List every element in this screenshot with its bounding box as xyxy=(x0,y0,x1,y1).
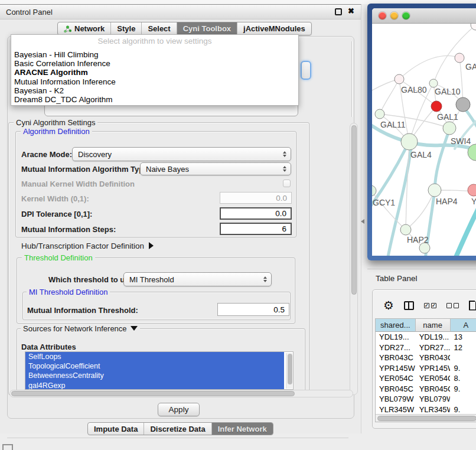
table-row[interactable]: YLR345WYLR345W9. xyxy=(376,405,476,415)
algorithm-item-bayesian-hill-climbing[interactable]: Bayesian - Hill Climbing xyxy=(11,50,298,59)
restore-panel-button[interactable] xyxy=(2,444,13,450)
apply-button[interactable]: Apply xyxy=(158,403,200,416)
table-row[interactable]: YBR045CYBR045C9. xyxy=(376,384,476,394)
algorithm-item-bayesian-k2[interactable]: Bayesian - K2 xyxy=(11,86,298,95)
expand-right-icon xyxy=(149,242,154,249)
table-toolbar: ⚙ ✓✓ xyxy=(377,295,476,316)
float-panel-icon[interactable] xyxy=(335,8,342,15)
tab-bar: NetworkStyleSelectCyni ToolboxjActiveMNo… xyxy=(57,22,312,35)
mi-algorithm-type-combobox[interactable]: Naive Bayes xyxy=(140,162,291,175)
node-label-swi4: SWI4 xyxy=(451,136,471,146)
table-row[interactable]: YBR043CYBR043C xyxy=(376,353,476,363)
network-node[interactable] xyxy=(395,74,404,84)
kernel-width-label: Kernel Width (0,1): xyxy=(21,194,89,203)
aracne-mode-combobox[interactable]: Discovery xyxy=(72,147,291,161)
tab-network[interactable]: Network xyxy=(58,22,111,35)
document-icon[interactable] xyxy=(469,301,476,311)
node-label-gal10: GAL10 xyxy=(435,87,461,96)
dpi-tolerance-input[interactable]: 0.0 xyxy=(220,207,292,220)
node-label-gal: GAL xyxy=(465,62,476,71)
combobox-stepper-icon xyxy=(283,151,286,157)
control-panel-titlebar: Control Panel ✖ xyxy=(0,5,361,19)
focused-combobox-fragment[interactable] xyxy=(301,61,311,80)
network-node[interactable] xyxy=(428,184,441,197)
network-view-window[interactable]: GALGAL80GAL10GAL11GAL1SWI4GAL4GCY1HAP4YH… xyxy=(367,4,476,260)
tab-label: jActiveMNodules xyxy=(243,24,305,33)
network-node[interactable] xyxy=(456,97,470,112)
combobox-stepper-icon xyxy=(263,276,267,282)
group-title: MI Threshold Definition xyxy=(27,288,110,296)
table-row[interactable]: YPR145WYPR145W9. xyxy=(376,363,476,374)
column-header-shared[interactable]: shared... xyxy=(376,319,416,332)
attribute-item-topologicalcoefficient[interactable]: TopologicalCoefficient xyxy=(25,361,284,371)
combobox-stepper-icon xyxy=(283,166,286,172)
hub-definition-toggle[interactable]: Hub/Transcription Factor Definition xyxy=(21,242,154,250)
attribute-list-scrollbar[interactable] xyxy=(286,353,292,389)
network-node[interactable] xyxy=(372,185,376,196)
network-node[interactable] xyxy=(375,109,384,119)
tab-select[interactable]: Select xyxy=(142,22,177,35)
scrollbar-thumb[interactable] xyxy=(377,416,476,421)
network-node[interactable] xyxy=(429,79,438,87)
network-edge xyxy=(380,79,399,114)
gear-icon[interactable]: ⚙ xyxy=(383,299,394,311)
table-row[interactable]: YBL079WYBL079W xyxy=(376,394,476,405)
manual-kernel-width-checkbox[interactable] xyxy=(283,180,291,187)
minimize-light[interactable] xyxy=(390,12,398,19)
table-row[interactable]: YER054CYER054C8. xyxy=(376,373,476,384)
sources-toggle[interactable]: Sources for Network Inference xyxy=(21,324,140,333)
tab-style[interactable]: Style xyxy=(111,22,142,35)
split-columns-icon[interactable] xyxy=(404,301,414,310)
unchecked-pair-icon[interactable] xyxy=(446,303,459,308)
network-node[interactable] xyxy=(455,53,464,63)
table-cell: YER054C xyxy=(376,373,416,384)
close-light[interactable] xyxy=(379,12,386,19)
mi-steps-input[interactable]: 6 xyxy=(220,223,292,235)
group-title: Algorithm Definition xyxy=(21,127,92,136)
attribute-item-selfloops[interactable]: SelfLoops xyxy=(25,352,284,361)
scrollbar-thumb[interactable] xyxy=(11,391,295,396)
table-cell: YBR045C xyxy=(376,384,416,394)
attribute-item-betweennesscentrality[interactable]: BetweennessCentrality xyxy=(25,371,284,380)
column-header-name[interactable]: name xyxy=(416,319,451,332)
checked-pair-icon[interactable]: ✓✓ xyxy=(424,303,436,308)
table-horizontal-scrollbar[interactable] xyxy=(376,414,476,422)
algorithm-item-dream8-dc-tdc-algorithm[interactable]: Dream8 DC_TDC Algorithm xyxy=(11,95,298,104)
tab-infer-network[interactable]: Infer Network xyxy=(212,423,273,435)
tab-jactivemnodules[interactable]: jActiveMNodules xyxy=(237,22,311,35)
attribute-item-gal4rgexp[interactable]: gal4RGexp xyxy=(25,381,284,390)
settings-horizontal-scrollbar[interactable] xyxy=(9,390,353,397)
network-node[interactable] xyxy=(431,101,442,112)
network-node[interactable] xyxy=(443,122,456,135)
network-node[interactable] xyxy=(400,224,411,235)
network-window-titlebar[interactable] xyxy=(372,8,476,24)
table-cell: 8. xyxy=(450,373,476,384)
algorithm-item-aracne-algorithm[interactable]: ARACNE Algorithm xyxy=(11,68,298,77)
threshold-combobox[interactable]: MI Threshold xyxy=(123,272,272,286)
node-label-gal1: GAL1 xyxy=(437,112,458,122)
tab-cyni-toolbox[interactable]: Cyni Toolbox xyxy=(177,22,237,35)
tab-discretize-data[interactable]: Discretize Data xyxy=(144,423,211,435)
zoom-light[interactable] xyxy=(402,12,410,19)
table-row[interactable]: YDL19...YDL19...13 xyxy=(376,332,476,343)
algorithm-item-mutual-information-inference[interactable]: Mutual Information Inference xyxy=(11,77,298,86)
close-icon[interactable]: ✖ xyxy=(348,6,354,15)
scrollbar-thumb[interactable] xyxy=(351,125,357,295)
panel-splitter-arrow[interactable] xyxy=(361,219,364,224)
mi-threshold-input[interactable]: 0.5 xyxy=(217,303,289,316)
network-canvas-svg: GALGAL80GAL10GAL11GAL1SWI4GAL4GCY1HAP4YH… xyxy=(372,24,476,256)
column-header-a[interactable]: A xyxy=(451,319,476,332)
network-node[interactable] xyxy=(401,133,418,150)
settings-vertical-scrollbar[interactable] xyxy=(350,123,358,395)
table-row[interactable]: YDR27...YDR27...12 xyxy=(376,343,476,353)
node-label-gal4: GAL4 xyxy=(410,150,432,159)
network-edge xyxy=(399,56,459,79)
data-attributes-list[interactable]: SelfLoopsTopologicalCoefficientBetweenne… xyxy=(25,351,294,390)
algorithm-item-basic-correlation-inference[interactable]: Basic Correlation Inference xyxy=(11,59,298,68)
kernel-width-input[interactable]: 0.0 xyxy=(220,192,292,204)
tab-label: Cyni Toolbox xyxy=(183,24,231,33)
network-canvas[interactable]: GALGAL80GAL10GAL11GAL1SWI4GAL4GCY1HAP4YH… xyxy=(372,24,476,256)
aracne-mode-label: Aracne Mode: xyxy=(21,150,72,159)
tab-impute-data[interactable]: Impute Data xyxy=(88,423,144,435)
network-node[interactable] xyxy=(468,184,476,196)
